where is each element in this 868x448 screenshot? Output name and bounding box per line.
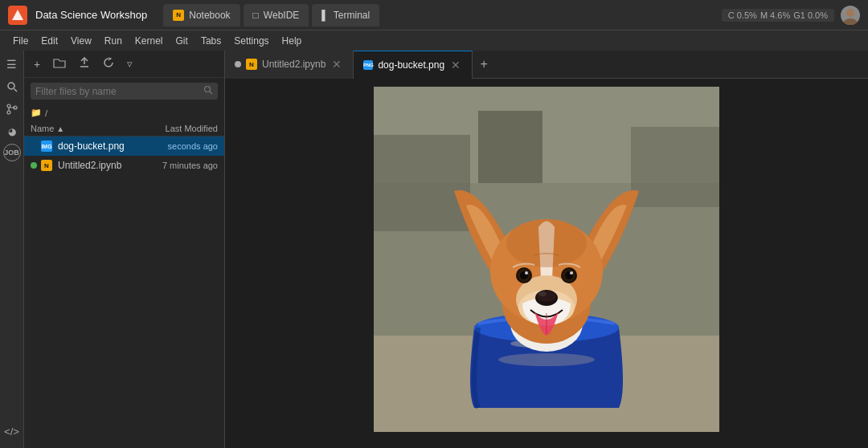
rail-code-icon[interactable]: </> [2,421,23,442]
folder-icon: 📁 [31,108,42,118]
title-bar: Data Science Workshop N Notebook □ WebID… [0,0,868,30]
webide-icon: □ [253,10,259,21]
title-tab-notebook[interactable]: N Notebook [163,4,240,26]
file-name: dog-bucket.png [58,141,137,152]
svg-point-1 [846,9,854,17]
rail-files-icon[interactable]: ☰ [2,54,23,75]
menu-file[interactable]: File [6,31,35,51]
list-item[interactable]: N Untitled2.ipynb 7 minutes ago [24,156,224,175]
tab-close-notebook[interactable]: ✕ [330,58,343,71]
svg-point-38 [538,291,547,296]
tab-image-label: dog-bucket.png [378,59,444,71]
file-name: Untitled2.ipynb [58,160,137,171]
editor-area: N Untitled2.ipynb ✕ PNG dog-bucket.png ✕… [225,51,868,448]
notebook-icon: N [173,10,184,21]
notebook-file-icon: N [40,159,53,172]
app-icon [8,6,27,25]
menu-git[interactable]: Git [170,31,194,51]
svg-line-4 [14,89,17,92]
dog-bucket-image [374,87,719,432]
file-toolbar: + ▿ [24,51,224,78]
svg-point-6 [7,111,10,114]
refresh-button[interactable] [100,55,117,72]
column-name[interactable]: Name ▲ [31,124,129,133]
svg-point-20 [498,353,595,366]
list-item[interactable]: IMG dog-bucket.png seconds ago [24,136,224,156]
column-modified: Last Modified [129,124,218,133]
breadcrumb-path: / [45,108,47,118]
tab-add-button[interactable]: + [473,51,495,79]
menu-view[interactable]: View [64,31,98,51]
svg-point-25 [506,219,587,267]
app-title: Data Science Workshop [35,9,147,21]
png-file-icon: IMG [40,140,53,153]
menu-settings[interactable]: Settings [227,31,275,51]
title-tab-terminal-label: Terminal [334,10,370,21]
icon-rail: ☰ ◕ JOB </> [0,51,24,448]
rail-job-icon[interactable]: JOB [3,144,21,161]
tab-bar: N Untitled2.ipynb ✕ PNG dog-bucket.png ✕… [225,51,868,79]
editor-tab-image[interactable]: PNG dog-bucket.png ✕ [354,51,473,79]
upload-button[interactable] [76,55,93,72]
folder-button[interactable] [50,55,69,72]
svg-point-9 [205,87,211,92]
svg-point-2 [843,18,858,25]
rail-git-icon[interactable] [2,99,23,120]
title-tab-webide-label: WebIDE [264,10,299,21]
file-list: IMG dog-bucket.png seconds ago N Untitle… [24,136,224,448]
svg-point-5 [7,104,10,108]
menu-kernel[interactable]: Kernel [129,31,170,51]
svg-line-10 [210,92,212,94]
breadcrumb: 📁 / [24,104,224,121]
search-input[interactable] [35,86,200,97]
tab-image-icon: PNG [363,60,373,70]
new-file-button[interactable]: + [31,56,43,72]
file-panel: + ▿ 📁 / Name ▲ [24,51,225,448]
file-indicator [31,162,37,169]
rail-search-icon[interactable] [2,76,23,97]
svg-point-31 [570,271,573,275]
title-tab-terminal[interactable]: ▌ Terminal [312,4,379,26]
file-list-header: Name ▲ Last Modified [24,121,224,136]
svg-point-35 [525,271,528,275]
memory-stat: M 4.6% [760,10,790,20]
tab-notebook-label: Untitled2.ipynb [262,59,326,70]
svg-marker-0 [12,10,23,20]
tab-dot [235,61,241,67]
cpu-stat: C 0.5% [728,10,757,20]
search-icon [203,85,213,97]
terminal-icon: ▌ [321,10,329,21]
tab-close-image[interactable]: ✕ [449,59,462,71]
tab-notebook-icon: N [246,59,257,70]
sort-arrow-icon: ▲ [56,124,64,133]
file-modified: 7 minutes ago [137,161,218,170]
gpu-stat: G1 0.0% [793,10,828,20]
search-bar [31,83,218,100]
title-tab-webide[interactable]: □ WebIDE [244,4,309,26]
git-button[interactable]: ▿ [124,56,136,71]
svg-point-3 [8,83,14,89]
file-indicator [31,143,37,149]
menu-edit[interactable]: Edit [35,31,64,51]
editor-tab-notebook[interactable]: N Untitled2.ipynb ✕ [225,51,354,79]
image-viewer [225,79,868,448]
dog-image [374,87,719,432]
menu-tabs[interactable]: Tabs [194,31,227,51]
svg-rect-14 [374,135,470,231]
menu-help[interactable]: Help [276,31,309,51]
menu-bar: File Edit View Run Kernel Git Tabs Setti… [0,30,868,51]
system-stats: C 0.5% M 4.6% G1 0.0% [722,9,834,22]
rail-debug-icon[interactable]: ◕ [2,121,23,142]
file-modified: seconds ago [137,141,218,151]
svg-rect-15 [478,111,542,183]
menu-run[interactable]: Run [98,31,129,51]
user-avatar[interactable] [841,6,860,25]
title-tab-notebook-label: Notebook [189,10,230,21]
main-area: ☰ ◕ JOB </> + ▿ [0,51,868,448]
svg-rect-16 [631,127,719,207]
